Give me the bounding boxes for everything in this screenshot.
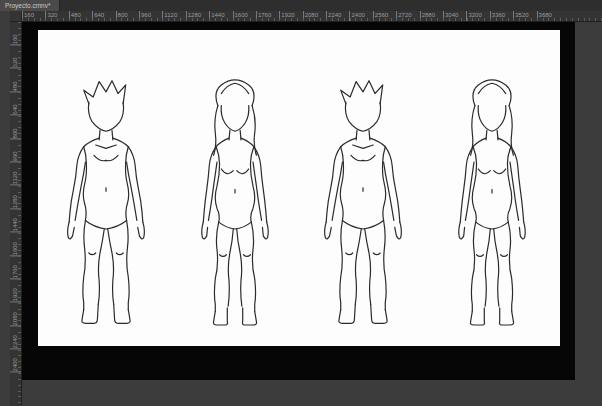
hruler-label: 1440 — [209, 11, 232, 21]
female-body-template-1 — [175, 70, 295, 340]
hruler-label: 800 — [116, 11, 139, 21]
ruler-corner — [10, 11, 22, 22]
hruler-label: 160 — [22, 11, 45, 21]
vruler-label: 640 — [10, 92, 21, 115]
hruler-label: 320 — [45, 11, 68, 21]
hruler-label: 480 — [69, 11, 92, 21]
hruler-label: 3360 — [490, 11, 513, 21]
hruler-label: 2720 — [396, 11, 419, 21]
hruler-label: 2880 — [420, 11, 443, 21]
hruler-label: 3520 — [513, 11, 536, 21]
vruler-label: 160 — [10, 22, 21, 45]
vruler-label: 2400 — [10, 349, 21, 372]
hruler-label: 2080 — [303, 11, 326, 21]
document-tab-title: Proyecto.cmnv* — [5, 2, 51, 9]
vruler-label: 480 — [10, 69, 21, 92]
hruler-label: 1920 — [279, 11, 302, 21]
female-body-template-2 — [432, 70, 552, 340]
canvas-viewport[interactable] — [22, 22, 575, 380]
vruler-label: 960 — [10, 139, 21, 162]
vruler-label: 1760 — [10, 256, 21, 279]
male-body-template-1 — [46, 70, 166, 340]
horizontal-ruler[interactable]: 1603204806408009601120128014401600176019… — [22, 11, 602, 22]
vruler-label: 2240 — [10, 326, 21, 349]
vruler-label: 1600 — [10, 233, 21, 256]
figure-row — [38, 30, 560, 346]
hruler-label: 3040 — [443, 11, 466, 21]
left-gutter — [0, 11, 10, 406]
male-body-template-2 — [303, 70, 423, 340]
hruler-label: 960 — [139, 11, 162, 21]
hruler-label: 640 — [92, 11, 115, 21]
hruler-label: 1120 — [162, 11, 185, 21]
tab-bar: Proyecto.cmnv* — [0, 0, 602, 11]
hruler-label: 1280 — [186, 11, 209, 21]
hruler-label: 2560 — [373, 11, 396, 21]
hruler-label: 1760 — [256, 11, 279, 21]
app-window: Proyecto.cmnv* 1603204806408009601120128… — [0, 0, 602, 406]
hruler-label: 3680 — [537, 11, 560, 21]
vruler-label: 1120 — [10, 162, 21, 185]
hruler-label: 2240 — [326, 11, 349, 21]
hruler-label: 2400 — [349, 11, 372, 21]
canvas-paper[interactable] — [38, 30, 560, 346]
vruler-label: 320 — [10, 45, 21, 68]
vruler-label: 800 — [10, 116, 21, 139]
vertical-ruler[interactable]: 1603204806408009601120128014401600176019… — [10, 22, 22, 406]
vruler-label: 2080 — [10, 303, 21, 326]
vruler-label: 1280 — [10, 186, 21, 209]
hruler-label: 3200 — [466, 11, 489, 21]
vruler-label: 1440 — [10, 209, 21, 232]
document-tab[interactable]: Proyecto.cmnv* — [0, 0, 60, 11]
hruler-label: 1600 — [233, 11, 256, 21]
vruler-label: 1920 — [10, 279, 21, 302]
